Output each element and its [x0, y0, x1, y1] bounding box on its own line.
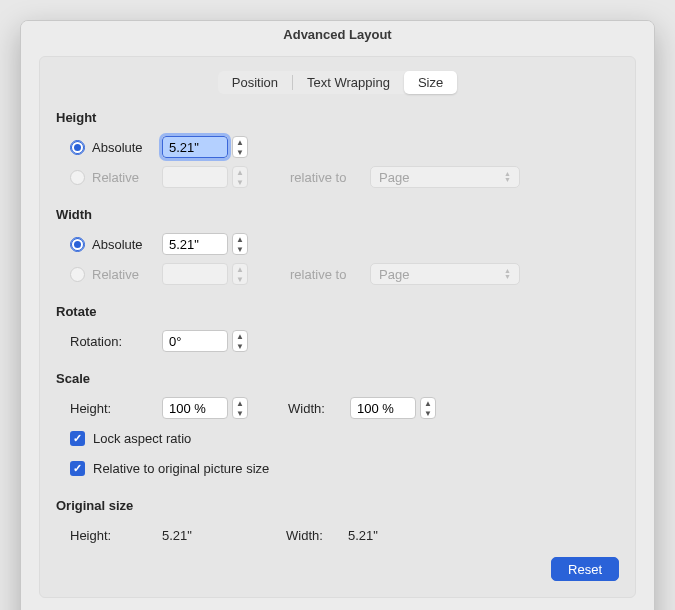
advanced-layout-dialog: Advanced Layout Position Text Wrapping S… — [20, 20, 655, 610]
chevron-down-icon: ▼ — [233, 274, 247, 284]
dialog-title: Advanced Layout — [21, 21, 654, 48]
scale-width-stepper[interactable]: ▲ ▼ — [420, 397, 436, 419]
scale-width-input[interactable] — [350, 397, 416, 419]
height-absolute-label: Absolute — [92, 140, 143, 155]
select-chevron-icon: ▲▼ — [504, 171, 511, 183]
chevron-down-icon[interactable]: ▼ — [421, 408, 435, 418]
scale-width-field: ▲ ▼ — [350, 397, 438, 419]
width-relative-stepper: ▲ ▼ — [232, 263, 248, 285]
chevron-down-icon: ▼ — [233, 177, 247, 187]
lock-aspect-ratio-checkbox[interactable]: ✓ Lock aspect ratio — [70, 431, 191, 446]
checkmark-icon: ✓ — [70, 431, 85, 446]
radio-dot-icon — [70, 170, 85, 185]
height-relative-label: Relative — [92, 170, 139, 185]
height-absolute-input[interactable] — [162, 136, 228, 158]
height-absolute-stepper[interactable]: ▲ ▼ — [232, 136, 248, 158]
select-chevron-icon: ▲▼ — [504, 268, 511, 280]
scale-width-label: Width: — [288, 401, 350, 416]
height-relative-to-select: Page ▲▼ — [370, 166, 520, 188]
reset-button[interactable]: Reset — [551, 557, 619, 581]
scale-height-stepper[interactable]: ▲ ▼ — [232, 397, 248, 419]
original-height-label: Height: — [70, 528, 162, 543]
chevron-up-icon: ▲ — [233, 264, 247, 274]
radio-dot-icon — [70, 237, 85, 252]
width-relative-input — [162, 263, 228, 285]
width-absolute-input[interactable] — [162, 233, 228, 255]
original-width-value: 5.21" — [348, 528, 378, 543]
width-absolute-stepper[interactable]: ▲ ▼ — [232, 233, 248, 255]
radio-dot-icon — [70, 267, 85, 282]
chevron-up-icon[interactable]: ▲ — [421, 398, 435, 408]
checkmark-icon: ✓ — [70, 461, 85, 476]
height-relative-input — [162, 166, 228, 188]
scale-height-label: Height: — [70, 401, 162, 416]
relative-original-label: Relative to original picture size — [93, 461, 269, 476]
section-original: Original size — [56, 498, 619, 513]
chevron-down-icon[interactable]: ▼ — [233, 147, 247, 157]
rotation-label: Rotation: — [70, 334, 162, 349]
chevron-down-icon[interactable]: ▼ — [233, 341, 247, 351]
dialog-content: Position Text Wrapping Size Height Absol… — [39, 56, 636, 598]
section-width: Width — [56, 207, 619, 222]
dialog-footer: Cancel OK — [21, 598, 654, 610]
original-height-value: 5.21" — [162, 528, 232, 543]
section-rotate: Rotate — [56, 304, 619, 319]
lock-aspect-ratio-label: Lock aspect ratio — [93, 431, 191, 446]
tab-size[interactable]: Size — [404, 71, 457, 94]
width-absolute-label: Absolute — [92, 237, 143, 252]
chevron-up-icon[interactable]: ▲ — [233, 137, 247, 147]
tab-position[interactable]: Position — [218, 71, 292, 94]
height-relative-to-label: relative to — [290, 170, 370, 185]
tab-bar: Position Text Wrapping Size — [56, 71, 619, 94]
width-relative-to-select: Page ▲▼ — [370, 263, 520, 285]
height-relative-stepper: ▲ ▼ — [232, 166, 248, 188]
width-relative-label: Relative — [92, 267, 139, 282]
height-relative-to-value: Page — [379, 170, 409, 185]
chevron-up-icon[interactable]: ▲ — [233, 331, 247, 341]
rotation-field: ▲ ▼ — [162, 330, 250, 352]
radio-dot-icon — [70, 140, 85, 155]
chevron-up-icon[interactable]: ▲ — [233, 398, 247, 408]
height-relative-field: ▲ ▼ — [162, 166, 250, 188]
chevron-down-icon[interactable]: ▼ — [233, 244, 247, 254]
section-scale: Scale — [56, 371, 619, 386]
width-relative-field: ▲ ▼ — [162, 263, 250, 285]
width-absolute-field: ▲ ▼ — [162, 233, 250, 255]
original-width-label: Width: — [286, 528, 348, 543]
chevron-up-icon[interactable]: ▲ — [233, 234, 247, 244]
height-absolute-radio[interactable]: Absolute — [70, 140, 162, 155]
chevron-up-icon: ▲ — [233, 167, 247, 177]
tab-text-wrapping[interactable]: Text Wrapping — [293, 71, 404, 94]
rotation-input[interactable] — [162, 330, 228, 352]
height-absolute-field: ▲ ▼ — [162, 136, 250, 158]
section-height: Height — [56, 110, 619, 125]
rotation-stepper[interactable]: ▲ ▼ — [232, 330, 248, 352]
height-relative-radio: Relative — [70, 170, 162, 185]
width-relative-to-label: relative to — [290, 267, 370, 282]
relative-original-checkbox[interactable]: ✓ Relative to original picture size — [70, 461, 269, 476]
scale-height-field: ▲ ▼ — [162, 397, 250, 419]
width-absolute-radio[interactable]: Absolute — [70, 237, 162, 252]
chevron-down-icon[interactable]: ▼ — [233, 408, 247, 418]
width-relative-radio: Relative — [70, 267, 162, 282]
scale-height-input[interactable] — [162, 397, 228, 419]
width-relative-to-value: Page — [379, 267, 409, 282]
